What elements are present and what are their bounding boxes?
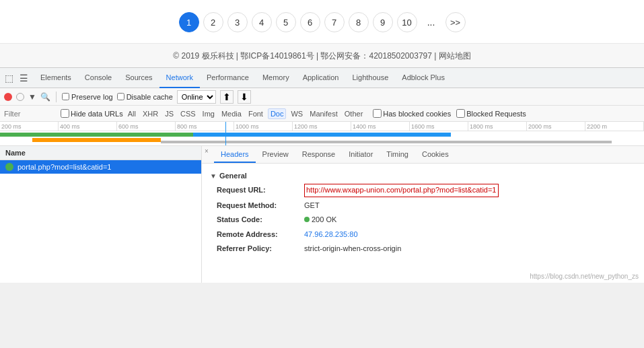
timeline-ruler: 200 ms 400 ms 600 ms 800 ms 1000 ms 1200… [0,122,644,131]
network-toolbar: ▼ 🔍 Preserve log Disable cache Online ⬆ … [0,88,644,106]
detail-panel: × Headers Preview Response Initiator Tim… [202,146,644,283]
tick-1000: 1000 ms [234,122,293,131]
status-code-row: Status Code: 200 OK [210,213,636,228]
has-blocked-cookies-checkbox[interactable] [373,109,382,118]
disable-cache-checkbox[interactable] [117,93,124,100]
throttle-select[interactable]: Online [177,90,216,104]
filter-icon[interactable]: ▼ [28,92,36,102]
filter-media[interactable]: Media [219,109,244,118]
blocked-requests-checkbox[interactable] [456,109,465,118]
file-item[interactable]: portal.php?mod=list&catid=1 [0,160,201,174]
stop-button[interactable] [16,93,24,101]
page-btn-next[interactable]: >> [445,12,466,32]
tab-application[interactable]: Application [296,68,346,88]
request-url-row: Request URL: http://www.wxapp-union.com/… [210,182,636,199]
remote-address-label: Remote Address: [217,229,304,241]
tick-1200: 1200 ms [293,122,351,131]
page-btn-1[interactable]: 1 [179,12,199,32]
request-method-label: Request Method: [217,200,304,212]
detail-content: ▼ General Request URL: http://www.wxapp-… [202,164,644,262]
close-panel-button[interactable]: × [202,146,211,155]
detail-tab-cookies[interactable]: Cookies [415,146,456,163]
filter-js[interactable]: JS [163,109,176,118]
tick-600: 600 ms [117,122,176,131]
page-btn-dots: ... [421,12,441,32]
file-list: Name portal.php?mod=list&catid=1 [0,146,202,283]
page-btn-10[interactable]: 10 [397,12,417,32]
box-icon[interactable]: ☰ [17,72,30,84]
page-btn-6[interactable]: 6 [300,12,320,32]
webpage-area: 1 2 3 4 5 6 7 8 9 10 ... >> [0,0,644,43]
download-icon[interactable]: ⬇ [238,90,251,104]
detail-tab-headers[interactable]: Headers [214,146,256,163]
tab-memory[interactable]: Memory [256,68,296,88]
bar-green-1 [0,133,193,137]
file-status-icon [5,163,13,171]
page-btn-9[interactable]: 9 [373,12,393,32]
request-url-value[interactable]: http://www.wxapp-union.com/portal.php?mo… [304,184,499,197]
cursor-icon[interactable]: ⬚ [3,72,15,84]
request-method-row: Request Method: GET [210,199,636,213]
disable-cache-label[interactable]: Disable cache [117,93,173,101]
search-icon[interactable]: 🔍 [40,92,50,102]
tick-1400: 1400 ms [351,122,410,131]
tick-2000: 2000 ms [527,122,585,131]
remote-address-row: Remote Address: 47.96.28.235:80 [210,228,636,242]
sep1 [56,92,57,102]
footer-text: © 2019 极乐科技 | 鄂ICP备14019861号 | 鄂公网安备：420… [173,51,470,61]
hide-data-urls-label[interactable]: Hide data URLs [61,109,123,118]
tab-elements[interactable]: Elements [34,68,78,88]
tab-adblock[interactable]: Adblock Plus [395,68,452,88]
tick-200: 200 ms [0,122,59,131]
page-btn-7[interactable]: 7 [324,12,345,32]
filter-font[interactable]: Font [246,109,265,118]
tab-console[interactable]: Console [78,68,118,88]
detail-tab-initiator[interactable]: Initiator [342,146,380,163]
request-url-label: Request URL: [217,184,304,197]
has-blocked-cookies-label[interactable]: Has blocked cookies [373,109,451,118]
hide-data-urls-checkbox[interactable] [61,109,69,118]
remote-address-value: 47.96.28.235:80 [304,229,358,241]
blocked-requests-label[interactable]: Blocked Requests [456,109,526,118]
main-area: Name portal.php?mod=list&catid=1 × Heade… [0,146,644,283]
preserve-log-checkbox[interactable] [62,93,69,100]
filter-css[interactable]: CSS [178,109,198,118]
timeline-bars [0,131,644,146]
general-section-title[interactable]: ▼ General [210,169,636,182]
tab-lighthouse[interactable]: Lighthouse [345,68,395,88]
detail-tab-response[interactable]: Response [295,146,343,163]
referrer-policy-value: strict-origin-when-cross-origin [304,243,401,255]
filter-xhr[interactable]: XHR [141,109,160,118]
page-btn-3[interactable]: 3 [227,12,248,32]
filter-doc[interactable]: Doc [268,108,287,119]
status-dot [304,217,310,222]
tick-1800: 1800 ms [468,122,527,131]
page-btn-2[interactable]: 2 [203,12,223,32]
timeline-area: 200 ms 400 ms 600 ms 800 ms 1000 ms 1200… [0,122,644,146]
page-btn-5[interactable]: 5 [276,12,296,32]
detail-tab-timing[interactable]: Timing [380,146,415,163]
request-method-value: GET [304,200,320,212]
tab-network[interactable]: Network [159,68,200,88]
devtools-tab-bar: ⬚ ☰ Elements Console Sources Network Per… [0,68,644,88]
status-code-value: 200 OK [312,214,336,226]
upload-icon[interactable]: ⬆ [220,90,234,104]
page-btn-4[interactable]: 4 [252,12,272,32]
filter-all[interactable]: All [126,109,138,118]
filter-ws[interactable]: WS [289,109,305,118]
preserve-log-label[interactable]: Preserve log [62,93,113,101]
bar-gray-1 [161,141,612,143]
triangle-icon: ▼ [210,172,217,180]
record-button[interactable] [4,93,12,101]
devtools: ⬚ ☰ Elements Console Sources Network Per… [0,67,644,283]
page-btn-8[interactable]: 8 [349,12,369,32]
filter-input[interactable] [4,110,58,118]
tab-performance[interactable]: Performance [200,68,256,88]
tick-1600: 1600 ms [410,122,468,131]
tab-sources[interactable]: Sources [118,68,159,88]
bar-blue-1 [193,133,451,137]
filter-other[interactable]: Other [343,109,365,118]
filter-img[interactable]: Img [201,109,217,118]
detail-tab-preview[interactable]: Preview [256,146,295,163]
filter-manifest[interactable]: Manifest [308,109,340,118]
